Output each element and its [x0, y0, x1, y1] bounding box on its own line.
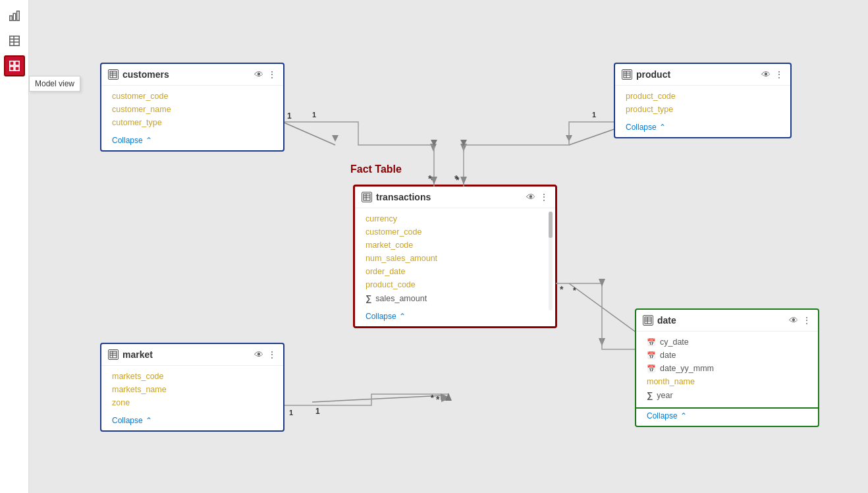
product-more-icon[interactable]: ⋮ [774, 70, 784, 79]
sidebar-table[interactable] [4, 30, 25, 51]
market-field-zone: zone [101, 396, 283, 409]
transactions-field-product-code: product_code [355, 278, 555, 291]
svg-rect-44 [645, 317, 651, 324]
svg-text:*: * [573, 286, 576, 295]
customers-more-icon[interactable]: ⋮ [267, 70, 277, 79]
customers-table-icon [108, 69, 119, 80]
svg-text:*: * [436, 394, 440, 405]
market-table-name: market [122, 349, 250, 360]
date-field-date: 📅 date [636, 349, 818, 362]
customers-table-header: customers 👁 ⋮ [101, 64, 283, 86]
date-collapse[interactable]: Collapse ⌃ [636, 407, 818, 426]
transactions-table-body: currency customer_code market_code num_s… [355, 208, 555, 309]
svg-rect-7 [9, 61, 13, 65]
svg-rect-9 [9, 67, 13, 71]
svg-marker-57 [599, 279, 605, 287]
customers-table-body: customer_code customer_name cutomer_type [101, 86, 283, 133]
date-table-body: 📅 cy_date 📅 date 📅 date_yy_mmm month_nam… [636, 332, 818, 406]
transactions-more-icon[interactable]: ⋮ [539, 192, 549, 202]
svg-marker-51 [460, 177, 467, 185]
svg-marker-60 [441, 393, 448, 400]
svg-rect-36 [364, 194, 370, 200]
customers-eye-icon[interactable]: 👁 [254, 70, 263, 79]
market-table-icon [108, 349, 119, 360]
transactions-table-header: transactions 👁 ⋮ [355, 187, 555, 208]
svg-rect-2 [16, 11, 19, 20]
svg-rect-1 [13, 13, 16, 20]
transactions-field-currency: currency [355, 212, 555, 225]
svg-marker-25 [460, 144, 467, 152]
transactions-table-name: transactions [376, 192, 522, 202]
date-table-icon [643, 315, 653, 326]
product-field-1: product_type [615, 103, 790, 116]
transactions-field-num-sales: num_sales_amount [355, 252, 555, 265]
date-field-yy-mmm: 📅 date_yy_mmm [636, 362, 818, 375]
transactions-table-icon [362, 192, 372, 202]
transactions-table-actions: 👁 ⋮ [526, 192, 549, 202]
svg-marker-24 [430, 144, 437, 152]
svg-text:*: * [428, 173, 432, 184]
svg-text:1: 1 [312, 111, 316, 119]
svg-line-17 [569, 283, 641, 336]
transactions-field-customer-code: customer_code [355, 225, 555, 239]
svg-marker-13 [332, 135, 339, 142]
product-field-0: product_code [615, 90, 790, 103]
svg-text:*: * [431, 393, 434, 403]
date-field-cy-date: 📅 cy_date [636, 335, 818, 349]
svg-text:*: * [560, 284, 564, 295]
transactions-eye-icon[interactable]: 👁 [526, 192, 535, 202]
date-more-icon[interactable]: ⋮ [802, 316, 811, 325]
market-eye-icon[interactable]: 👁 [254, 350, 263, 359]
market-collapse[interactable]: Collapse ⌃ [101, 413, 283, 430]
svg-rect-0 [9, 16, 12, 20]
transactions-collapse[interactable]: Collapse ⌃ [355, 309, 555, 326]
svg-rect-8 [14, 61, 18, 65]
date-table-actions: 👁 ⋮ [789, 316, 811, 325]
customers-field-2: cutomer_type [101, 116, 283, 129]
customers-field-0: customer_code [101, 90, 283, 103]
svg-marker-61 [445, 393, 452, 401]
svg-rect-32 [624, 71, 630, 78]
market-field-code: markets_code [101, 370, 283, 383]
product-table-body: product_code product_type [615, 86, 790, 120]
sum-icon-year: ∑ [647, 390, 653, 400]
svg-text:*: * [431, 175, 435, 185]
svg-rect-40 [110, 351, 117, 358]
svg-marker-26 [599, 338, 605, 346]
svg-marker-16 [566, 135, 572, 142]
svg-text:*: * [454, 173, 458, 184]
svg-marker-53 [460, 140, 467, 146]
svg-text:1: 1 [289, 409, 293, 417]
svg-text:1: 1 [592, 111, 596, 119]
sidebar-bar-chart[interactable] [4, 5, 25, 26]
svg-text:1: 1 [287, 111, 292, 121]
svg-line-11 [283, 122, 335, 145]
sidebar-model-view[interactable] [4, 55, 25, 76]
date-table: date 👁 ⋮ 📅 cy_date 📅 date 📅 date_yy_mmm … [635, 308, 819, 427]
transactions-table: transactions 👁 ⋮ currency customer_code … [353, 185, 557, 328]
product-table: product 👁 ⋮ product_code product_type Co… [614, 63, 792, 138]
model-view-tooltip: Model view [29, 76, 80, 92]
date-field-year: ∑ year [636, 388, 818, 402]
svg-text:*: * [456, 175, 460, 185]
svg-rect-3 [9, 36, 18, 45]
product-eye-icon[interactable]: 👁 [761, 70, 771, 79]
market-more-icon[interactable]: ⋮ [267, 350, 277, 359]
svg-marker-27 [441, 395, 449, 402]
date-table-name: date [657, 315, 785, 326]
transactions-field-sales-amount: ∑ sales_amount [355, 291, 555, 305]
svg-marker-52 [431, 140, 437, 146]
sum-icon: ∑ [366, 293, 371, 303]
customers-table: customers 👁 ⋮ customer_code customer_nam… [100, 63, 285, 152]
market-table-actions: 👁 ⋮ [254, 350, 277, 359]
product-collapse[interactable]: Collapse ⌃ [615, 120, 790, 137]
svg-marker-49 [431, 177, 437, 185]
fact-table-label: Fact Table [350, 163, 402, 175]
date-eye-icon[interactable]: 👁 [789, 316, 798, 325]
customers-collapse[interactable]: Collapse ⌃ [101, 133, 283, 150]
market-field-name: markets_name [101, 383, 283, 396]
date-table-header: date 👁 ⋮ [636, 310, 818, 332]
transactions-field-market-code: market_code [355, 239, 555, 252]
canvas: 1 1 * 1 * * * Fact Table [29, 0, 868, 493]
customers-table-name: customers [122, 69, 250, 80]
